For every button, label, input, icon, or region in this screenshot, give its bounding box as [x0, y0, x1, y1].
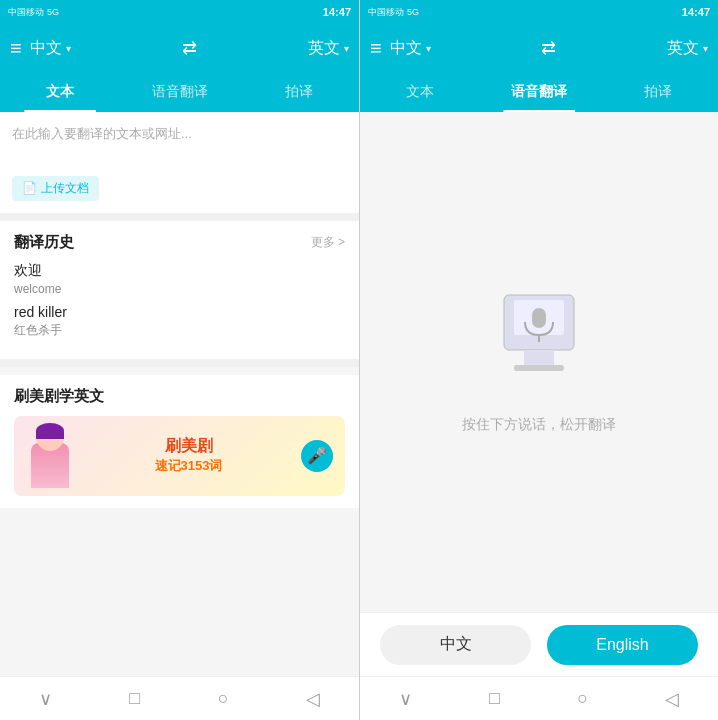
top-bar-left: ≡ 中文 ▾ ⇄ 英文 ▾ [0, 24, 359, 72]
banner-sub-text: 速记3153词 [76, 457, 301, 475]
status-left-icons-right: 中国移动 5G [368, 6, 419, 19]
text-input-area[interactable]: 在此输入要翻译的文本或网址... 📄 上传文档 [0, 112, 359, 213]
history-original-1: 欢迎 [14, 262, 345, 280]
right-phone-panel: 中国移动 5G 14:47 ≡ 中文 ▾ ⇄ 英文 ▾ 文本 语音翻译 拍译 [359, 0, 718, 720]
status-left-icons: 中国移动 5G [8, 6, 59, 19]
nav-down-left[interactable]: ∨ [39, 688, 52, 710]
history-section: 翻译历史 更多 > 欢迎 welcome red killer 红色杀手 [0, 221, 359, 359]
lang-btn-chinese[interactable]: 中文 [380, 625, 531, 665]
lang-from-arrow-right: ▾ [426, 43, 431, 54]
content-area-left: 在此输入要翻译的文本或网址... 📄 上传文档 翻译历史 更多 > 欢迎 wel… [0, 112, 359, 676]
clock-right: 14:47 [682, 6, 710, 18]
tab-voice-right[interactable]: 语音翻译 [479, 72, 598, 112]
history-header: 翻译历史 更多 > [14, 233, 345, 252]
status-bar-right: 中国移动 5G 14:47 [360, 0, 718, 24]
status-right-right: 14:47 [682, 6, 710, 18]
history-more[interactable]: 更多 > [311, 234, 345, 251]
svg-rect-3 [514, 365, 564, 371]
tab-text-left[interactable]: 文本 [0, 72, 120, 112]
banner-image[interactable]: 刷美剧 速记3153词 🎤 [14, 416, 345, 496]
nav-back-left[interactable]: ○ [218, 688, 229, 709]
text-placeholder: 在此输入要翻译的文本或网址... [12, 124, 347, 144]
history-title: 翻译历史 [14, 233, 74, 252]
upload-icon: 📄 [22, 181, 37, 195]
banner-title: 刷美剧学英文 [14, 387, 345, 406]
nav-home-left[interactable]: □ [129, 688, 140, 709]
top-bar-right: ≡ 中文 ▾ ⇄ 英文 ▾ [360, 24, 718, 72]
divider-1 [0, 213, 359, 221]
lang-from-label-right: 中文 [390, 38, 422, 59]
tab-photo-right[interactable]: 拍译 [599, 72, 718, 112]
mic-illustration [489, 290, 589, 400]
tabs-left: 文本 语音翻译 拍译 [0, 72, 359, 112]
lang-switch-bar: 中文 English [360, 612, 718, 676]
divider-2 [0, 359, 359, 367]
swap-icon-left[interactable]: ⇄ [79, 37, 300, 59]
history-translated-2: 红色杀手 [14, 322, 345, 339]
banner-mic-button[interactable]: 🎤 [301, 440, 333, 472]
nav-down-right[interactable]: ∨ [399, 688, 412, 710]
lang-from-label-left: 中文 [30, 38, 62, 59]
tab-voice-left[interactable]: 语音翻译 [120, 72, 240, 112]
bottom-nav-right: ∨ □ ○ ◁ [360, 676, 718, 720]
banner-main-text: 刷美剧 [76, 436, 301, 457]
carrier-icon-right: 中国移动 [368, 6, 404, 19]
banner-section: 刷美剧学英文 刷美剧 速记3153词 🎤 [0, 375, 359, 508]
tabs-right: 文本 语音翻译 拍译 [360, 72, 718, 112]
clock-left: 14:47 [323, 6, 351, 18]
voice-hint-text: 按住下方说话，松开翻译 [462, 416, 616, 434]
nav-menu-right[interactable]: ◁ [665, 688, 679, 710]
upload-label: 上传文档 [41, 180, 89, 197]
history-original-2: red killer [14, 304, 345, 320]
tab-photo-left[interactable]: 拍译 [239, 72, 359, 112]
left-phone-panel: 中国移动 5G 14:47 ≡ 中文 ▾ ⇄ 英文 ▾ 文本 语音翻译 拍译 [0, 0, 359, 720]
bottom-nav-left: ∨ □ ○ ◁ [0, 676, 359, 720]
signal-right: 5G [407, 7, 419, 17]
status-right-icons: 14:47 [323, 6, 351, 18]
carrier-icon: 中国移动 [8, 6, 44, 19]
lang-to-label-left: 英文 [308, 38, 340, 59]
nav-menu-left[interactable]: ◁ [306, 688, 320, 710]
upload-button[interactable]: 📄 上传文档 [12, 176, 99, 201]
history-item-2[interactable]: red killer 红色杀手 [14, 304, 345, 339]
lang-to-selector-left[interactable]: 英文 ▾ [308, 38, 349, 59]
nav-back-right[interactable]: ○ [577, 688, 588, 709]
banner-figure [26, 423, 76, 488]
lang-from-selector-right[interactable]: 中文 ▾ [390, 38, 431, 59]
nav-home-right[interactable]: □ [489, 688, 500, 709]
lang-btn-english[interactable]: English [547, 625, 698, 665]
lang-from-selector-left[interactable]: 中文 ▾ [30, 38, 71, 59]
voice-content-area: 按住下方说话，松开翻译 [360, 112, 718, 612]
lang-to-arrow-left: ▾ [344, 43, 349, 54]
lang-to-selector-right[interactable]: 英文 ▾ [667, 38, 708, 59]
history-translated-1: welcome [14, 282, 345, 296]
svg-rect-4 [532, 308, 546, 328]
lang-from-arrow-left: ▾ [66, 43, 71, 54]
svg-rect-2 [524, 350, 554, 365]
mic-icon: 🎤 [307, 446, 327, 465]
lang-to-label-right: 英文 [667, 38, 699, 59]
signal-bars: 5G [47, 7, 59, 17]
menu-icon-left[interactable]: ≡ [10, 37, 22, 60]
tab-text-right[interactable]: 文本 [360, 72, 479, 112]
history-item-1[interactable]: 欢迎 welcome [14, 262, 345, 296]
status-bar-left: 中国移动 5G 14:47 [0, 0, 359, 24]
swap-icon-right[interactable]: ⇄ [439, 37, 659, 59]
menu-icon-right[interactable]: ≡ [370, 37, 382, 60]
lang-to-arrow-right: ▾ [703, 43, 708, 54]
banner-text-block: 刷美剧 速记3153词 [76, 436, 301, 475]
